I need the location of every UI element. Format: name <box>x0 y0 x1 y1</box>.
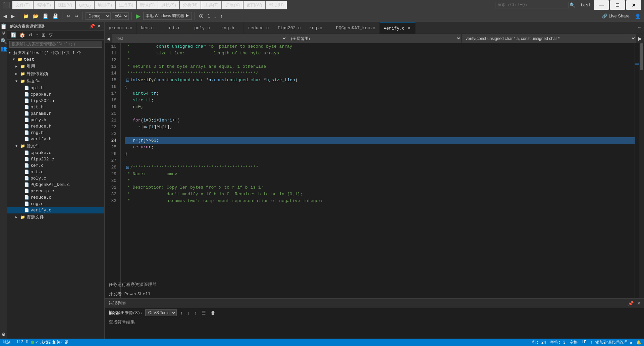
tree-item-fips202-h[interactable]: 📄fips202.h <box>7 98 104 104</box>
tab-precompc[interactable]: precomp.c <box>105 22 137 34</box>
maximize-button[interactable]: □ <box>610 0 625 10</box>
func-back-button[interactable]: ◀ <box>105 34 112 43</box>
sidebar-home-button[interactable]: 🏠 <box>18 32 26 38</box>
step-over-button[interactable]: ⤵ <box>206 13 211 19</box>
menu-item-v[interactable]: 视图(V) <box>54 1 75 9</box>
scrollbar[interactable] <box>639 43 644 298</box>
tab-rngh[interactable]: rng.h <box>217 22 244 34</box>
menu-item-w[interactable]: 窗口(W) <box>243 1 266 9</box>
tree-item-kem-c[interactable]: 📄kem.c <box>7 162 104 169</box>
tabs-more-button[interactable]: ⋯ <box>635 22 644 34</box>
tree-item-cpapke-c[interactable]: 📄cpapke.c <box>7 150 104 156</box>
tree-item-sources[interactable]: ▼📁源文件 <box>7 142 104 150</box>
output-list-button[interactable]: ☰ <box>201 310 207 316</box>
status-encoding[interactable]: LF <box>582 340 586 345</box>
menu-item-d[interactable]: 调试(D) <box>137 1 158 9</box>
step-in-button[interactable]: ↓ <box>213 13 218 19</box>
forward-button[interactable]: ▶ <box>10 13 16 19</box>
user-icon-button[interactable]: 👤 <box>634 13 642 19</box>
tree-item-api-h[interactable]: 📄api.h <box>7 85 104 91</box>
menu-item-x[interactable]: 扩展(X) <box>222 1 243 9</box>
collapse-button2[interactable]: ⊟ <box>125 164 130 171</box>
bottom-pin-button[interactable]: 📌 <box>627 300 635 306</box>
scroll-thumb[interactable] <box>640 43 643 70</box>
menu-item-t[interactable]: 工具(T) <box>201 1 222 9</box>
bottom-close-button[interactable]: ✕ <box>636 300 642 306</box>
tab-kemc[interactable]: kem.c <box>137 22 163 34</box>
status-notifications[interactable]: 🔔 <box>636 340 641 345</box>
collapse-button[interactable]: ⊟ <box>125 77 130 84</box>
sidebar-collapse-button[interactable]: ↕ <box>35 32 39 38</box>
sidebar-refresh-button[interactable]: ↺ <box>28 32 34 38</box>
menu-item-h[interactable]: 帮助(H) <box>266 1 287 9</box>
output-down-button[interactable]: ↓ <box>186 310 191 316</box>
tree-item-ntt-h[interactable]: 📄ntt.h <box>7 104 104 110</box>
activity-search[interactable]: 🔍 <box>1 38 7 44</box>
live-share-button[interactable]: 🔗 Live Share <box>599 13 632 19</box>
global-scope-select[interactable]: (全局范围) <box>287 34 462 43</box>
bottom-tab-查找符号结果[interactable]: 查找符号结果 <box>105 317 161 327</box>
platform-select[interactable]: x64 x86 <box>112 12 129 20</box>
tab-nttc[interactable]: ntt.c <box>163 22 190 34</box>
tree-item-precomp-c[interactable]: 📄precomp.c <box>7 188 104 194</box>
sidebar-filter-button[interactable]: ▽ <box>48 32 54 38</box>
tree-item-cpapke-h[interactable]: 📄cpapke.h <box>7 91 104 98</box>
func-forward-button[interactable]: ▶ <box>636 34 644 43</box>
tab-polyc[interactable]: poly.c <box>190 22 217 34</box>
minimize-button[interactable]: — <box>594 0 609 10</box>
tree-item-verify-h[interactable]: 📄verify.h <box>7 136 104 142</box>
undo-button[interactable]: ↩ <box>65 13 72 19</box>
sidebar-pin-button[interactable]: 📌 <box>89 23 96 29</box>
menu-item-n[interactable]: 分析(N) <box>179 1 201 9</box>
menu-item-f[interactable]: 文件(F) <box>12 1 33 9</box>
redo-button[interactable]: ↪ <box>73 13 80 19</box>
output-source-select[interactable]: Qt VS Tools 生成 调试 <box>145 309 177 316</box>
step-out-button[interactable]: ↑ <box>219 13 224 19</box>
tab-rngc[interactable]: rng.c <box>305 22 332 34</box>
tree-item-fips202-c[interactable]: 📄fips202.c <box>7 156 104 162</box>
run-button[interactable]: ▶ <box>135 12 142 20</box>
output-clear-button[interactable]: 🗑 <box>210 310 216 316</box>
output-scroll-button[interactable]: ↕ <box>194 310 198 316</box>
activity-git[interactable]: ⑂ <box>1 31 7 37</box>
tree-item-poly-h[interactable]: 📄poly.h <box>7 117 104 123</box>
menu-item-e[interactable]: 编辑(E) <box>33 1 54 9</box>
bottom-tab-任务运行程序资源管理器[interactable]: 任务运行程序资源管理器 <box>105 280 161 289</box>
save-all-button[interactable]: 💾 <box>51 13 59 19</box>
breakpoint-button[interactable]: ⦿ <box>198 13 205 19</box>
activity-solution-explorer[interactable]: 📋 <box>1 23 7 30</box>
save-button[interactable]: 💾 <box>41 13 50 19</box>
run-label-button[interactable]: 本地 Windows 调试器 ▶ <box>143 12 192 20</box>
tree-item-poly-c[interactable]: 📄poly.c <box>7 175 104 182</box>
activity-settings[interactable]: ⚙ <box>1 331 7 337</box>
tree-solution[interactable]: ▼ 解决方案'test'(1 个项目/共 1 个 <box>7 49 104 56</box>
function-select[interactable]: verify(const unsigned char * a, const un… <box>462 34 636 43</box>
status-line[interactable]: 行: 24 <box>532 340 546 345</box>
bottom-tab-错误列表[interactable]: 错误列表 <box>105 299 161 308</box>
tree-item-resources[interactable]: ▶📁资源文件 <box>7 213 104 221</box>
tree-item-params-h[interactable]: 📄params.h <box>7 110 104 117</box>
tree-item-rng-h[interactable]: 📄rng.h <box>7 130 104 136</box>
tree-item-ntt-c[interactable]: 📄ntt.c <box>7 169 104 175</box>
menu-item-s[interactable]: 测试(S) <box>158 1 179 9</box>
new-project-button[interactable]: 📁 <box>22 13 30 19</box>
back-button[interactable]: ◀ <box>2 13 8 19</box>
menu-item-gitg[interactable]: Git(G) <box>75 1 94 9</box>
tab-PQCgenKAT_kemc[interactable]: PQCgenKAT_kem.c <box>332 22 380 34</box>
sidebar-sync-button[interactable]: 🔃 <box>9 32 17 38</box>
tree-item-verify-c[interactable]: 📄verify.c <box>7 207 104 213</box>
scope-select[interactable]: test <box>112 34 287 43</box>
code-editor[interactable]: * const unsigned char *b: pointer to sec… <box>121 43 635 298</box>
tab-reducec[interactable]: reduce.c <box>244 22 273 34</box>
menu-item-p[interactable]: 项目(P) <box>94 1 115 9</box>
tree-item-ext-deps[interactable]: ▶📁外部依赖项 <box>7 70 104 78</box>
menu-item-b[interactable]: 生成(B) <box>115 1 137 9</box>
open-button[interactable]: 📂 <box>32 13 40 19</box>
tree-item-reduce-c[interactable]: 📄reduce.c <box>7 194 104 201</box>
tree-item-ref[interactable]: ▶📁引用 <box>7 63 104 70</box>
tab-verifyc[interactable]: verify.c✕ <box>380 22 416 34</box>
activity-team[interactable]: 👥 <box>1 46 7 52</box>
tree-item-reduce-h[interactable]: 📄reduce.h <box>7 123 104 130</box>
sidebar-search-input[interactable] <box>9 41 102 48</box>
tree-item-headers[interactable]: ▼📁头文件 <box>7 78 104 85</box>
